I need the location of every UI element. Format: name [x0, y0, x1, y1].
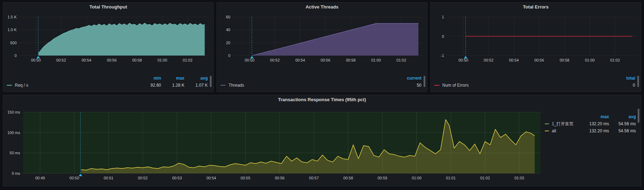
svg-text:0 ms: 0 ms: [12, 171, 20, 175]
svg-text:00:50: 00:50: [31, 58, 41, 62]
svg-text:00:51: 00:51: [104, 176, 113, 180]
svg-text:01:01: 01:01: [446, 176, 456, 180]
svg-text:00:58: 00:58: [346, 58, 356, 62]
svg-text:100 ms: 100 ms: [7, 131, 20, 135]
svg-text:1.0 K: 1.0 K: [7, 28, 17, 32]
svg-text:00:56: 00:56: [534, 58, 544, 62]
svg-text:00:57: 00:57: [309, 176, 319, 180]
panel-title[interactable]: Transactions Response Times (95th pct): [3, 95, 641, 104]
active-threads-chart[interactable]: 00:5000:5200:5400:5600:5801:0001:0202040…: [217, 12, 427, 75]
legend-series-row: 1_打开首页 132.20 ms 54.56 ms: [545, 120, 636, 127]
svg-text:01:03: 01:03: [514, 176, 524, 180]
svg-text:00:55: 00:55: [241, 176, 250, 180]
legend-value-current: 50: [398, 83, 421, 88]
legend-header-row: min max avg: [7, 75, 208, 82]
svg-text:01:00: 01:00: [412, 176, 422, 180]
legend-header-row: total: [434, 75, 635, 82]
legend-header-row: current: [220, 75, 421, 82]
svg-text:1.5 K: 1.5 K: [7, 15, 17, 19]
legend: max avg 1_打开首页 132.20 ms 54.56 ms all 13…: [543, 104, 641, 134]
svg-text:01:02: 01:02: [610, 58, 620, 62]
dashboard: Total Throughput 00:5000:5200:5400:5600:…: [0, 0, 644, 190]
legend-col-total[interactable]: total: [612, 76, 635, 81]
legend-col-avg[interactable]: avg: [184, 76, 208, 81]
legend-value-avg: 1.07 K: [184, 83, 208, 88]
series-color-dash: [545, 123, 549, 124]
panel-title[interactable]: Total Errors: [431, 2, 641, 12]
svg-text:0: 0: [442, 34, 444, 39]
svg-text:01:02: 01:02: [183, 58, 193, 62]
legend-scrollbar[interactable]: [210, 76, 212, 87]
svg-text:0: 0: [14, 53, 17, 58]
legend-value-min: 92.60: [138, 83, 161, 88]
legend-scrollbar[interactable]: [424, 76, 425, 87]
svg-text:01:00: 01:00: [158, 58, 167, 62]
svg-text:01:00: 01:00: [371, 58, 381, 62]
legend-value-total: 0: [612, 83, 635, 88]
series-color-dash: [434, 85, 439, 86]
svg-text:00:52: 00:52: [484, 58, 494, 62]
svg-text:00:54: 00:54: [509, 58, 519, 62]
legend-col-avg[interactable]: avg: [609, 114, 636, 119]
series-color-dash: [545, 131, 549, 131]
svg-text:60: 60: [226, 15, 230, 19]
total-throughput-chart[interactable]: 00:5000:5200:5400:5600:5801:0001:0205001…: [3, 12, 213, 75]
svg-text:00:53: 00:53: [172, 176, 182, 180]
svg-text:00:56: 00:56: [321, 58, 331, 62]
legend-series-label[interactable]: Threads: [229, 83, 398, 88]
svg-text:00:54: 00:54: [82, 58, 91, 62]
svg-text:00:56: 00:56: [275, 176, 285, 180]
legend-col-max[interactable]: max: [582, 114, 609, 119]
svg-text:00:58: 00:58: [132, 58, 142, 62]
svg-text:00:59: 00:59: [378, 176, 388, 180]
svg-text:00:58: 00:58: [560, 58, 569, 62]
legend-series-label[interactable]: Req / s: [15, 83, 138, 88]
svg-text:00:52: 00:52: [56, 58, 66, 62]
svg-text:00:49: 00:49: [35, 176, 45, 180]
svg-text:-1: -1: [441, 53, 444, 58]
legend-value-max: 132.20 ms: [582, 121, 609, 126]
panel-active-threads: Active Threads 00:5000:5200:5400:5600:58…: [217, 2, 427, 92]
svg-text:00:54: 00:54: [295, 58, 305, 62]
legend-series-label[interactable]: all: [552, 128, 582, 133]
response-times-chart[interactable]: 00:4900:5000:5100:5200:5300:5400:5500:56…: [3, 104, 543, 184]
svg-text:00:50: 00:50: [70, 176, 79, 180]
legend-series-row: Num of Errors 0: [434, 82, 635, 89]
chart-and-legend: 00:4900:5000:5100:5200:5300:5400:5500:56…: [3, 104, 641, 184]
legend-scrollbar[interactable]: [638, 109, 639, 123]
panel-title[interactable]: Active Threads: [217, 2, 427, 12]
svg-text:500: 500: [10, 41, 17, 45]
svg-text:00:56: 00:56: [107, 58, 117, 62]
svg-text:01:02: 01:02: [480, 176, 490, 180]
legend: total Num of Errors 0: [431, 75, 641, 89]
panel-transactions-response-times: Transactions Response Times (95th pct) 0…: [3, 95, 641, 186]
legend: current Threads 50: [217, 75, 427, 89]
svg-text:50 ms: 50 ms: [10, 151, 20, 155]
svg-text:00:52: 00:52: [138, 176, 148, 180]
dashboard-top-row: Total Throughput 00:5000:5200:5400:5600:…: [3, 2, 641, 92]
total-errors-chart[interactable]: 00:5000:5200:5400:5600:5801:0001:02-101: [431, 12, 641, 75]
svg-text:0: 0: [228, 53, 230, 58]
series-color-dash: [220, 85, 226, 86]
legend-series-label[interactable]: 1_打开首页: [552, 121, 582, 127]
svg-text:00:58: 00:58: [343, 176, 353, 180]
legend-series-label[interactable]: Num of Errors: [442, 83, 612, 88]
svg-text:01:02: 01:02: [396, 58, 406, 62]
svg-text:40: 40: [226, 28, 230, 32]
legend-header-row: max avg: [545, 113, 636, 120]
legend-value-max: 132.20 ms: [582, 128, 609, 133]
svg-text:150 ms: 150 ms: [7, 110, 20, 114]
svg-text:00:50: 00:50: [245, 58, 255, 62]
legend-col-max[interactable]: max: [161, 76, 184, 81]
legend-scrollbar[interactable]: [637, 76, 639, 87]
legend-value-max: 1.28 K: [161, 83, 184, 88]
legend-col-min[interactable]: min: [138, 76, 161, 81]
legend-series-row: all 132.20 ms 54.56 ms: [545, 127, 636, 134]
svg-text:00:54: 00:54: [206, 176, 216, 180]
legend-col-current[interactable]: current: [398, 76, 421, 81]
legend-series-row: Threads 50: [220, 82, 421, 89]
svg-text:01:00: 01:00: [585, 58, 595, 62]
panel-title[interactable]: Total Throughput: [3, 2, 213, 12]
panel-total-errors: Total Errors 00:5000:5200:5400:5600:5801…: [430, 2, 641, 92]
panel-total-throughput: Total Throughput 00:5000:5200:5400:5600:…: [3, 2, 214, 92]
